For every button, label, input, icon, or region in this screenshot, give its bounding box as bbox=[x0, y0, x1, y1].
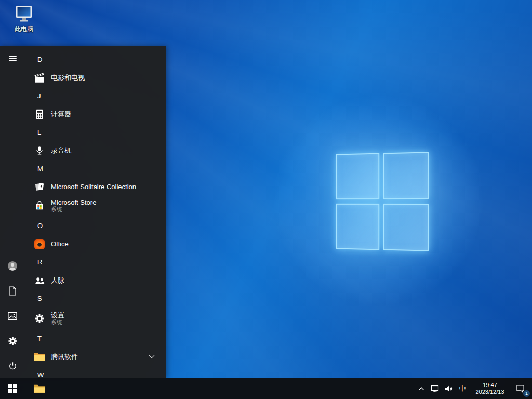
expand-menu-button[interactable] bbox=[0, 46, 25, 71]
desktop-icon-label: 此电脑 bbox=[15, 25, 33, 34]
power-button[interactable] bbox=[0, 353, 25, 378]
app-item-people[interactable]: 人脉 bbox=[25, 272, 166, 289]
clock-date: 2023/12/13 bbox=[475, 389, 504, 395]
tray-expand-button[interactable] bbox=[415, 378, 428, 399]
start-button[interactable] bbox=[0, 378, 25, 399]
people-icon bbox=[33, 274, 46, 287]
voice-recorder-icon bbox=[33, 144, 46, 157]
settings-button[interactable] bbox=[0, 328, 25, 353]
file-explorer-button[interactable] bbox=[28, 378, 51, 399]
user-icon bbox=[7, 261, 18, 271]
windows-wallpaper-logo bbox=[336, 152, 429, 251]
section-letter-w[interactable]: W bbox=[25, 365, 166, 378]
app-item-office[interactable]: Office bbox=[25, 235, 166, 252]
ime-indicator[interactable]: 中 bbox=[455, 378, 470, 399]
wallpaper-pane bbox=[336, 204, 380, 250]
start-app-list: D 电影和电视 J bbox=[25, 46, 166, 378]
picture-icon bbox=[8, 312, 17, 320]
section-letter-r[interactable]: R bbox=[25, 252, 166, 272]
pictures-button[interactable] bbox=[0, 303, 25, 328]
this-pc-icon bbox=[14, 4, 34, 24]
section-letter-d[interactable]: D bbox=[25, 50, 166, 69]
section-letter-s[interactable]: S bbox=[25, 289, 166, 308]
folder-icon bbox=[33, 351, 46, 363]
app-item-solitaire[interactable]: Microsoft Solitaire Collection bbox=[25, 178, 166, 195]
wallpaper-pane bbox=[336, 153, 380, 200]
speaker-icon bbox=[444, 384, 453, 393]
section-letter-t[interactable]: T bbox=[25, 329, 166, 348]
section-letter-l[interactable]: L bbox=[25, 123, 166, 142]
action-center-button[interactable]: 1 bbox=[510, 378, 532, 399]
office-logo-icon bbox=[33, 238, 46, 250]
notification-badge: 1 bbox=[523, 390, 530, 397]
chevron-up-icon bbox=[418, 387, 424, 391]
wallpaper-pane bbox=[383, 204, 429, 251]
wallpaper-pane bbox=[383, 152, 429, 200]
desktop-icon-this-pc[interactable]: 此电脑 bbox=[5, 4, 43, 34]
app-item-movies-tv[interactable]: 电影和电视 bbox=[25, 69, 166, 86]
app-sublabel: 系统 bbox=[51, 319, 64, 326]
app-item-voice-recorder[interactable]: 录音机 bbox=[25, 142, 166, 159]
system-tray: 中 19:47 2023/12/13 1 bbox=[415, 378, 532, 399]
app-item-tencent-folder[interactable]: 腾讯软件 bbox=[25, 348, 166, 365]
power-icon bbox=[8, 362, 17, 370]
movies-tv-icon bbox=[33, 72, 46, 84]
clock[interactable]: 19:47 2023/12/13 bbox=[470, 378, 510, 399]
folder-icon bbox=[33, 383, 46, 394]
clock-time: 19:47 bbox=[483, 382, 497, 389]
app-item-microsoft-store[interactable]: Microsoft Store 系统 bbox=[25, 195, 166, 216]
gear-icon bbox=[33, 312, 46, 325]
start-menu-rail bbox=[0, 46, 25, 378]
section-letter-j[interactable]: J bbox=[25, 86, 166, 105]
store-bag-icon bbox=[33, 200, 46, 212]
rail-bottom-group bbox=[0, 254, 25, 378]
app-item-settings[interactable]: 设置 系统 bbox=[25, 308, 166, 329]
account-button[interactable] bbox=[0, 254, 25, 278]
app-item-calculator[interactable]: 计算器 bbox=[25, 105, 166, 123]
network-button[interactable] bbox=[428, 378, 442, 399]
gear-icon bbox=[8, 336, 18, 346]
document-icon bbox=[8, 286, 17, 296]
section-letter-m[interactable]: M bbox=[25, 159, 166, 178]
documents-button[interactable] bbox=[0, 278, 25, 303]
chevron-down-icon bbox=[149, 355, 155, 358]
network-icon bbox=[430, 385, 440, 393]
calculator-icon bbox=[33, 108, 46, 121]
start-menu: D 电影和电视 J bbox=[0, 46, 166, 378]
section-letter-o[interactable]: O bbox=[25, 216, 166, 235]
solitaire-cards-icon bbox=[33, 181, 46, 193]
windows-logo-icon bbox=[8, 384, 17, 393]
hamburger-icon bbox=[9, 56, 17, 61]
app-sublabel: 系统 bbox=[51, 206, 96, 213]
taskbar: 中 19:47 2023/12/13 1 bbox=[0, 378, 532, 399]
volume-button[interactable] bbox=[442, 378, 455, 399]
